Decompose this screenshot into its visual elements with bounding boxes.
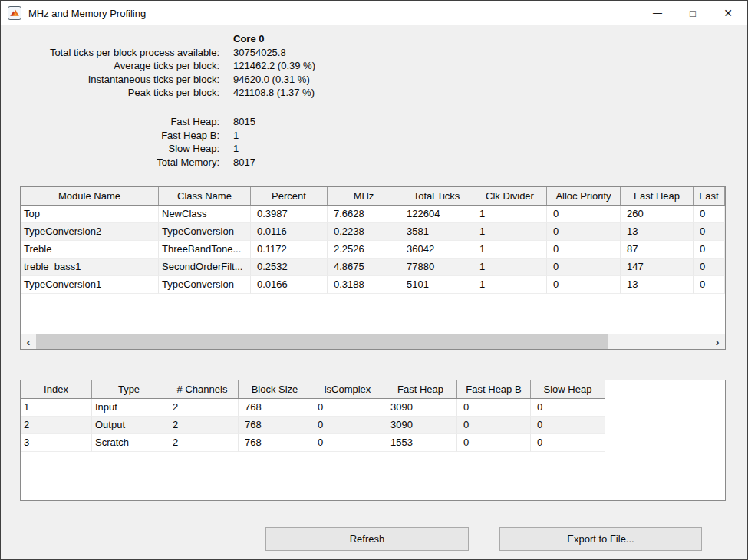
scrollbar-track[interactable]	[608, 334, 710, 349]
cell[interactable]: TypeConversion1	[21, 276, 159, 294]
column-header: Fast Heap	[621, 187, 694, 205]
cell[interactable]: 0	[547, 241, 621, 259]
stat-row: Instantaneous ticks per block: 94620.0 (…	[1, 73, 315, 87]
minimize-icon[interactable]: —	[640, 1, 675, 25]
cell[interactable]: 147	[621, 259, 694, 276]
cell[interactable]: 0.2238	[328, 223, 400, 241]
cell[interactable]: 0	[457, 434, 531, 452]
module-table: Module Name Class Name Percent MHz Total…	[20, 186, 726, 350]
matlab-logo-icon	[8, 6, 21, 20]
column-header: Total Ticks	[400, 187, 473, 205]
cell[interactable]: NewClass	[159, 206, 251, 223]
cell[interactable]: 0	[311, 399, 384, 417]
cell[interactable]: 0	[547, 259, 621, 276]
cell[interactable]: 0.3188	[328, 276, 400, 294]
cell[interactable]: 768	[239, 399, 311, 417]
cell[interactable]: Scratch	[92, 434, 166, 452]
cell[interactable]: 2	[21, 417, 92, 434]
cell[interactable]: 0.3987	[251, 206, 328, 223]
cell[interactable]: 2.2526	[328, 241, 400, 259]
cell[interactable]: Top	[21, 206, 159, 223]
cell[interactable]: 1	[473, 259, 547, 276]
cell[interactable]: Output	[92, 417, 166, 434]
column-header: Index	[21, 380, 92, 398]
cell[interactable]: 2	[166, 399, 239, 417]
maximize-icon[interactable]: □	[675, 1, 710, 25]
cell[interactable]: 0	[457, 399, 531, 417]
cell[interactable]: 77880	[400, 259, 473, 276]
cell[interactable]: 768	[239, 434, 311, 452]
cell[interactable]: 0	[694, 206, 725, 223]
cell[interactable]: 2	[166, 434, 239, 452]
cell[interactable]: 122604	[400, 206, 473, 223]
cell[interactable]: 0	[531, 399, 605, 417]
cell[interactable]: 0	[694, 241, 725, 259]
stat-value: 30754025.8	[233, 46, 286, 60]
cell[interactable]: 3581	[400, 223, 473, 241]
cell[interactable]: 13	[621, 276, 694, 294]
cell[interactable]: ThreeBandTone...	[159, 241, 251, 259]
cell[interactable]: 768	[239, 417, 311, 434]
cell[interactable]: 87	[621, 241, 694, 259]
table-row[interactable]: TypeConversion2 TypeConversion 0.0116 0.…	[21, 223, 725, 241]
table-row[interactable]: TypeConversion1 TypeConversion 0.0166 0.…	[21, 276, 725, 294]
cell[interactable]: 7.6628	[328, 206, 400, 223]
module-table-header: Module Name Class Name Percent MHz Total…	[21, 187, 725, 206]
scrollbar-thumb[interactable]	[36, 334, 608, 349]
close-icon[interactable]: ✕	[710, 1, 746, 25]
cell[interactable]: 0	[457, 417, 531, 434]
cell[interactable]: 1	[473, 276, 547, 294]
cell[interactable]: TypeConversion	[159, 276, 251, 294]
column-header: MHz	[328, 187, 400, 205]
cell[interactable]: 0	[694, 259, 725, 276]
export-to-file-button[interactable]: Export to File...	[499, 527, 702, 551]
cell[interactable]: 1	[473, 241, 547, 259]
cell[interactable]: 0	[311, 417, 384, 434]
cell[interactable]: 3	[21, 434, 92, 452]
spacer	[1, 32, 219, 46]
column-header: isComplex	[311, 380, 384, 398]
cell[interactable]: 3090	[384, 399, 457, 417]
cell[interactable]: 0.0166	[251, 276, 328, 294]
table-row[interactable]: treble_bass1 SecondOrderFilt... 0.2532 4…	[21, 259, 725, 276]
cell[interactable]: 1	[473, 223, 547, 241]
cell[interactable]: 1553	[384, 434, 457, 452]
cell[interactable]: SecondOrderFilt...	[159, 259, 251, 276]
cell[interactable]: 2	[166, 417, 239, 434]
cell[interactable]: 0	[311, 434, 384, 452]
cell[interactable]: 0.2532	[251, 259, 328, 276]
cell[interactable]: 1	[21, 399, 92, 417]
memory-row: Fast Heap B: 1	[1, 129, 255, 143]
cell[interactable]: 1	[473, 206, 547, 223]
cell[interactable]: 0.0116	[251, 223, 328, 241]
refresh-button[interactable]: Refresh	[265, 527, 469, 551]
cell[interactable]: Input	[92, 399, 166, 417]
cell[interactable]: 13	[621, 223, 694, 241]
cell[interactable]: 0	[547, 206, 621, 223]
cell[interactable]: Treble	[21, 241, 159, 259]
cell[interactable]: 0	[694, 223, 725, 241]
cell[interactable]: 0	[547, 223, 621, 241]
cell[interactable]: treble_bass1	[21, 259, 159, 276]
table-row[interactable]: 1 Input 2 768 0 3090 0 0	[21, 399, 605, 417]
cell[interactable]: TypeConversion2	[21, 223, 159, 241]
table-row[interactable]: 2 Output 2 768 0 3090 0 0	[21, 417, 605, 434]
scroll-left-icon[interactable]: ‹	[21, 334, 36, 349]
cell[interactable]: 0	[547, 276, 621, 294]
cell[interactable]: 260	[621, 206, 694, 223]
cell[interactable]: 0	[531, 434, 605, 452]
table-row[interactable]: 3 Scratch 2 768 0 1553 0 0	[21, 434, 605, 452]
cell[interactable]: 0.1172	[251, 241, 328, 259]
table-row[interactable]: Treble ThreeBandTone... 0.1172 2.2526 36…	[21, 241, 725, 259]
cell[interactable]: 3090	[384, 417, 457, 434]
cell[interactable]: 0	[694, 276, 725, 294]
scroll-right-icon[interactable]: ›	[710, 334, 725, 349]
cell[interactable]: 36042	[400, 241, 473, 259]
table-row[interactable]: Top NewClass 0.3987 7.6628 122604 1 0 26…	[21, 206, 725, 223]
cell[interactable]: 0	[531, 417, 605, 434]
cell[interactable]: TypeConversion	[159, 223, 251, 241]
cell[interactable]: 5101	[400, 276, 473, 294]
column-header: Module Name	[21, 187, 159, 205]
horizontal-scrollbar[interactable]: ‹ ›	[21, 334, 725, 349]
cell[interactable]: 4.8675	[328, 259, 400, 276]
